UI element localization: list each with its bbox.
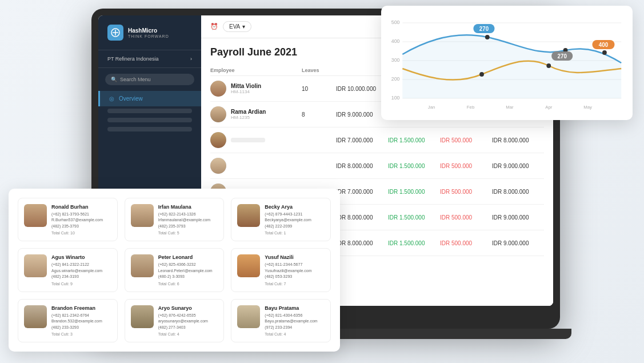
employee-details: (+62) 821-4304-6356 Bayu.pratama@example… [265,313,325,331]
employee-details: (+62) 821-3793-5621 R.Burhan537@example.… [51,212,111,230]
employee-details: (+62) 876-4242-6535 aryosunaryo@example.… [158,313,218,331]
svg-point-14 [479,72,484,77]
employee-details: (+62) 822-2143-1326 IrfanmaulanaI@exampl… [158,212,218,230]
svg-point-11 [485,35,490,39]
employee-card: Irfan Maulana (+62) 822-2143-1326 Irfanm… [125,198,225,242]
employee-details: (+62) 825-4366-3232 Leonard.PeterI@examp… [158,262,218,280]
menu-placeholder-3 [107,127,192,131]
svg-text:Feb: Feb [467,105,475,110]
net-cell: IDR 9.000.000 [492,214,544,221]
employee-card-info: Peter Leonard (+62) 825-4366-3232 Leonar… [158,254,218,286]
avatar [24,305,47,328]
net-cell: IDR 9.000.000 [492,163,544,169]
employee-card: Becky Arya (+62) 879-4443-1231 Beckyarya… [231,198,331,242]
employee-name: Becky Arya [265,204,325,210]
col-leaves: Leaves [302,67,336,73]
sidebar-item-overview[interactable]: ◎ Overview [98,91,201,106]
employee-cuti: Total Cuti: 4 [158,332,218,336]
svg-point-15 [546,63,551,68]
employee-name: Brandon Freeman [51,305,111,311]
allowances-cell: IDR 1.500.000 [388,137,440,143]
table-row: IDR 8.000.000 IDR 1.500.000 IDR 500.000 … [210,153,544,179]
avatar [131,204,154,227]
employee-card: Agus Winarto (+62) 841-2322-2122 Agus.wi… [18,248,118,292]
employee-name: Peter Leonard [158,254,218,260]
basic-cell: IDR 8.000.000 [336,240,388,246]
employee-cell [210,132,302,148]
employee-cuti: Total Cuti: 4 [265,332,325,336]
employee-card-info: Irfan Maulana (+62) 822-2143-1326 Irfanm… [158,204,218,236]
employee-card-info: Becky Arya (+62) 879-4443-1231 Beckyarya… [265,204,325,236]
leaves-cell: 10 [302,86,336,92]
avatar [210,158,226,174]
employee-cuti: Total Cuti: 9 [51,282,111,286]
avatar [131,305,154,328]
net-cell: IDR 9.000.000 [492,240,544,246]
emp-id: HM-1235 [231,115,266,120]
deductions-cell: IDR 500.000 [440,189,492,195]
employee-details: (+62) 821-2342-6764 Brandon.532@example.… [51,313,111,331]
avatar [237,204,260,227]
logo-subtitle: THINK FORWARD [128,34,169,38]
svg-text:Jan: Jan [428,105,435,110]
search-label: Search Menu [120,77,151,82]
employee-card-info: Brandon Freeman (+62) 821-2342-6764 Bran… [51,305,111,337]
employee-details: (+62) 811-2344-5677 Yusufnazili@example.… [265,262,325,280]
chart-svg: 500 400 300 200 100 [387,11,627,114]
search-box[interactable]: 🔍 Search Menu [105,74,194,85]
employee-name: Agus Winarto [51,254,111,260]
basic-cell: IDR 8.000.000 [336,214,388,221]
employee-name: Irfan Maulana [158,204,218,210]
allowances-cell: IDR 1.500.000 [388,163,440,169]
employee-details: (+62) 879-4443-1231 Beckyarya@example.co… [265,212,325,230]
employee-name: Aryo Sunaryo [158,305,218,311]
employee-cell: Rama Ardian HM-1235 [210,106,302,122]
svg-text:May: May [583,105,592,110]
deductions-cell: IDR 500.000 [440,240,492,246]
svg-text:Apr: Apr [545,105,553,110]
avatar [131,254,154,277]
employee-card: Brandon Freeman (+62) 821-2342-6764 Bran… [18,299,118,343]
employee-cuti: Total Cuti: 6 [158,282,218,286]
basic-cell: IDR 9.000.000 [336,111,388,118]
chart-overlay: 500 400 300 200 100 [381,6,633,120]
chevron-right-icon: › [190,56,192,62]
company-name: PT Refinera Indonesia [107,56,158,62]
overview-label: Overview [119,95,143,102]
employee-card: Yusuf Nazili (+62) 811-2344-5677 Yusufna… [231,248,331,292]
svg-text:200: 200 [391,76,400,82]
col-basic [336,67,388,73]
emp-id: HM-1134 [231,89,261,94]
svg-text:270: 270 [479,26,489,32]
basic-cell: IDR 10.000.000 [336,86,388,92]
avatar [24,204,47,227]
table-row: IDR 7.000.000 IDR 1.500.000 IDR 500.000 … [210,127,544,153]
avatar [237,254,260,277]
employee-cell [210,158,302,174]
net-cell: IDR 8.000.000 [492,137,544,143]
col-employee: Employee [210,67,302,73]
employee-cuti: Total Cuti: 1 [265,231,325,235]
employee-cuti: Total Cuti: 3 [51,332,111,336]
deductions-cell: IDR 500.000 [440,163,492,169]
avatar [237,305,260,328]
eva-badge[interactable]: EVA ▾ [223,21,251,32]
allowances-cell: IDR 1.500.000 [388,189,440,195]
svg-text:300: 300 [391,57,400,63]
svg-text:400: 400 [391,38,400,44]
allowances-cell: IDR 1.500.000 [388,240,440,246]
cards-overlay: Ronald Burhan (+62) 821-3793-5621 R.Burh… [9,189,340,352]
deductions-cell: IDR 500.000 [440,214,492,221]
logo-title: HashMicro [128,27,169,34]
svg-text:500: 500 [391,19,400,25]
employee-cuti: Total Cuti: 7 [265,282,325,286]
basic-cell: IDR 7.000.000 [336,137,388,143]
search-icon: 🔍 [111,77,117,82]
basic-cell: IDR 7.000.000 [336,189,388,195]
chevron-down-icon: ▾ [242,23,245,30]
company-section[interactable]: PT Refinera Indonesia › [98,50,201,68]
menu-placeholder-1 [107,109,192,113]
employee-card: Aryo Sunaryo (+62) 876-4242-6535 aryosun… [125,299,225,343]
svg-text:400: 400 [599,42,609,48]
svg-text:Mar: Mar [506,105,514,110]
